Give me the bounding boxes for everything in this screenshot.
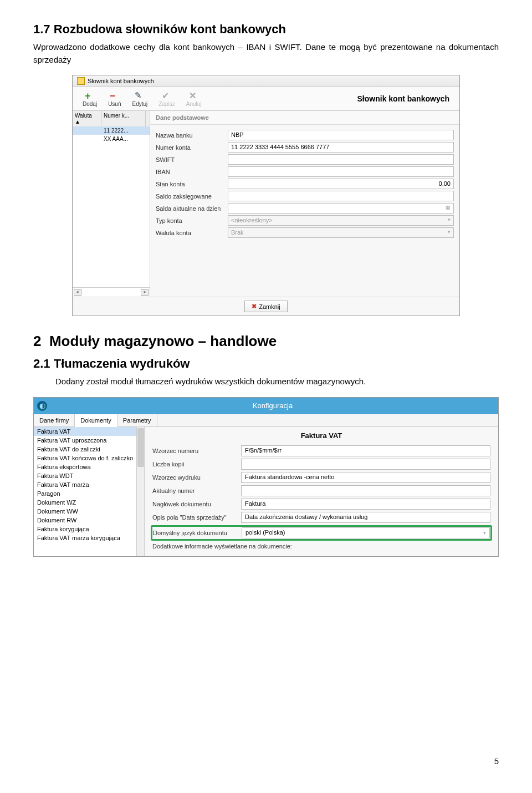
close-button[interactable]: ✖ Zamknij [244,301,288,312]
section-2-1-title: Tłumaczenia wydruków [54,357,190,370]
input-current-number[interactable] [241,485,490,496]
label-currency: Waluta konta [156,230,228,236]
list-item[interactable]: Faktura korygująca [34,525,144,533]
input-doc-header[interactable]: Faktura [241,499,490,510]
delete-button[interactable]: − Usuń [103,89,126,108]
window-icon [77,77,85,85]
grid-header: Waluta ▲ Numer k... [73,111,150,126]
section-1-body: Wprowadzono dodatkowe cechy dla kont ban… [33,41,499,66]
section-2-1-heading: 2.1 Tłumaczenia wydruków [33,357,499,371]
select-currency[interactable]: Brak▾ [228,227,454,238]
list-item[interactable]: Faktura VAT marża [34,480,144,489]
input-iban[interactable] [228,166,454,177]
list-item[interactable]: Dokument WZ [34,498,144,507]
label-iban: IBAN [156,169,228,175]
window-titlebar: Słownik kont bankowych [73,75,459,87]
label-booked: Saldo zaksięgowane [156,193,228,200]
calendar-icon[interactable]: ▦ [446,205,451,210]
section-1-title: Rozbudowa słowników kont bankowych [54,22,286,36]
x-icon: ✕ [189,90,199,100]
document-type-list: Faktura VAT Faktura VAT uproszczona Fakt… [34,427,145,556]
label-number-pattern: Wzorzec numeru [152,448,241,454]
list-item[interactable]: Faktura VAT marża korygująca [34,533,144,542]
label-doc-header: Nagłówek dokumentu [152,501,241,507]
label-balance: Stan konta [156,181,228,187]
app-logo-icon: ◐ [37,401,47,411]
check-icon: ✔ [162,90,172,100]
tab-parameters[interactable]: Parametry [117,414,157,426]
chevron-down-icon: ▾ [483,530,486,536]
table-row[interactable]: XX AAA... [73,135,150,143]
section-1-heading: 1.7 Rozbudowa słowników kont bankowych [33,22,499,37]
input-sale-date-desc[interactable]: Data zakończenia dostawy / wykonania usł… [241,512,490,523]
form-panel: Dane podstawowe Nazwa bankuNBP Numer kon… [150,111,459,297]
vertical-scrollbar[interactable] [136,427,144,556]
section-2-title: Moduły magazynowo – handlowe [49,333,277,349]
label-print-template: Wzorzec wydruku [152,474,241,481]
input-balance[interactable]: 0,00 [228,179,454,189]
list-item[interactable]: Dokument WW [34,507,144,516]
sort-asc-icon: ▲ [75,119,80,125]
add-button[interactable]: + Dodaj [77,89,103,108]
section-2-number: 2 [33,333,41,349]
toolbar: + Dodaj − Usuń ✎ Edytuj ✔ Zapisz ✕ Anulu… [73,87,459,111]
label-current-number: Aktualny numer [152,487,241,494]
input-print-template[interactable]: Faktura standardowa -cena netto [241,472,490,483]
tab-documents[interactable]: Dokumenty [75,414,117,427]
list-item[interactable]: Faktura eksportowa [34,462,144,471]
scroll-left-icon[interactable]: < [74,289,81,296]
list-item[interactable]: Faktura VAT uproszczona [34,436,144,445]
list-item[interactable]: Dokument RW [34,516,144,525]
screenshot-bank-dictionary: Słownik kont bankowych + Dodaj − Usuń ✎ … [72,75,460,316]
config-title: Konfiguracja [50,401,495,410]
section-2-1-body: Dodany został moduł tłumaczeń wydruków w… [55,375,499,388]
document-settings-panel: Faktura VAT Wzorzec numeruF/$n/$mm/$rr L… [145,427,498,556]
form-tab[interactable]: Dane podstawowe [150,111,459,125]
input-bank[interactable]: NBP [228,130,454,140]
cancel-button: ✕ Anuluj [181,89,207,108]
table-row[interactable]: 11 2222... [73,126,150,135]
screenshot-configuration: ◐ Konfiguracja Dane firmy Dokumenty Para… [33,397,499,557]
config-titlebar: ◐ Konfiguracja [34,398,498,414]
config-tabs: Dane firmy Dokumenty Parametry [34,414,498,427]
label-sale-date-desc: Opis pola "Data sprzedaży" [152,514,241,521]
label-copies: Liczba kopii [152,461,241,467]
highlighted-row: Domyślny język dokumentu polski (Polska)… [151,525,492,541]
label-bank: Nazwa banku [156,132,228,139]
list-item[interactable]: Faktura VAT [34,427,144,436]
list-item[interactable]: Paragon [34,489,144,498]
input-booked[interactable] [228,191,454,201]
chevron-down-icon: ▾ [448,229,451,235]
horizontal-scroll[interactable]: < > [73,287,150,297]
input-swift[interactable] [228,154,454,165]
tab-company-data[interactable]: Dane firmy [34,414,75,426]
edit-button[interactable]: ✎ Edytuj [127,89,154,108]
list-item[interactable]: Faktura VAT końcowa do f. zaliczko [34,454,144,462]
list-item[interactable]: Faktura WDT [34,471,144,480]
page-number: 5 [33,756,499,766]
select-account-type[interactable]: <nieokreślony>▾ [228,215,454,226]
chevron-down-icon: ▾ [448,217,451,222]
label-account: Numer konta [156,144,228,151]
input-number-pattern[interactable]: F/$n/$mm/$rr [241,445,490,456]
tools-icon: ✎ [135,90,145,100]
list-item[interactable]: Faktura VAT do zaliczki [34,445,144,454]
label-balance-date: Salda aktualne na dzien [156,205,228,212]
select-default-language[interactable]: polski (Polska) ▾ [242,527,490,538]
input-balance-date[interactable]: ▦ [228,203,454,214]
close-icon: ✖ [252,303,257,310]
save-button: ✔ Zapisz [153,89,180,108]
input-copies[interactable] [241,459,490,470]
toolbar-title: Słownik kont bankowych [357,94,455,103]
scroll-right-icon[interactable]: > [141,289,149,296]
label-account-type: Typ konta [156,217,228,224]
label-extra-info: Dodatkowe informacie wyświetlane na doku… [152,543,292,550]
label-default-language: Domyślny język dokumentu [153,530,242,536]
minus-icon: − [110,90,120,100]
left-grid: Waluta ▲ Numer k... 11 2222... XX AAA...… [73,111,150,297]
section-2-1-number: 2.1 [33,357,50,370]
section-1-number: 1.7 [33,22,50,36]
label-swift: SWIFT [156,156,228,163]
plus-icon: + [85,90,95,100]
input-account[interactable]: 11 2222 3333 4444 5555 6666 7777 [228,142,454,152]
